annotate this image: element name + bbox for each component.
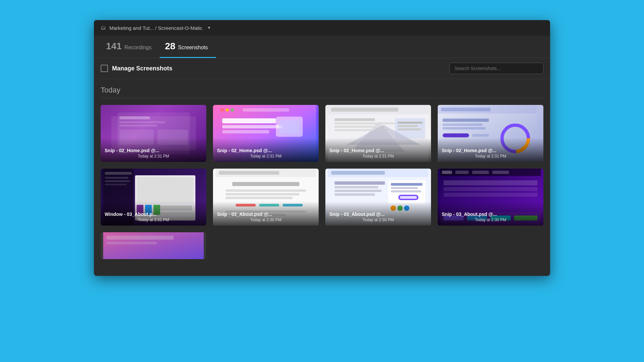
svg-rect-84: [472, 171, 489, 174]
svg-rect-83: [455, 171, 469, 174]
card-3-date: Today at 2:31 PM: [329, 154, 427, 159]
svg-rect-13: [222, 130, 269, 133]
chevron-down-icon[interactable]: ▼: [207, 25, 211, 30]
card-2-title: Snip - 02_Home.psd @...: [217, 148, 315, 153]
svg-rect-42: [105, 177, 128, 179]
card-4-thumb: Snip - 02_Home.psd @... Today at 2:31 PM: [438, 105, 543, 162]
svg-rect-76: [400, 196, 417, 199]
svg-rect-12: [222, 125, 283, 128]
svg-rect-15: [279, 120, 300, 133]
svg-rect-20: [335, 118, 375, 121]
svg-point-9: [231, 108, 234, 112]
svg-rect-18: [331, 108, 398, 112]
card-5-title: Window - 03_About.p...: [105, 212, 202, 217]
card-3-overlay: Snip - 02_Home.psd @... Today at 2:31 PM: [325, 138, 431, 162]
card-5-thumb: Window - 03_About.p... Today at 2:31 PM: [101, 169, 206, 226]
svg-rect-96: [107, 242, 157, 244]
screenshot-card-2[interactable]: Snip - 02_Home.psd @... Today at 2:31 PM: [213, 105, 319, 162]
svg-rect-11: [222, 118, 276, 123]
svg-rect-56: [226, 189, 306, 192]
screenshot-card-4[interactable]: Snip - 02_Home.psd @... Today at 2:31 PM: [438, 105, 543, 162]
toolbar-left: Manage Screenshots: [101, 65, 172, 72]
svg-rect-31: [443, 119, 489, 122]
svg-rect-25: [398, 122, 423, 124]
tab-recordings[interactable]: 141 Recordings: [101, 36, 160, 58]
card-1-thumb: Snip - 02_Home.psd @... Today at 2:31 PM: [101, 105, 206, 162]
card-7-title: Snip - 03_About.psd @...: [329, 212, 427, 217]
card-7-overlay: Snip - 03_About.psd @... Today at 2:30 P…: [325, 201, 431, 226]
screenshot-card-9-partial[interactable]: [101, 232, 206, 259]
card-6-thumb: Snip - 03_About.psd @... Today at 2:30 P…: [213, 169, 319, 226]
svg-rect-44: [105, 184, 127, 185]
svg-rect-66: [331, 171, 385, 175]
screenshot-card-3[interactable]: Snip - 02_Home.psd @... Today at 2:31 PM: [325, 105, 431, 162]
screenshot-card-1[interactable]: Snip - 02_Home.psd @... Today at 2:31 PM: [101, 105, 206, 162]
svg-rect-21: [335, 122, 395, 124]
tab-recordings-label: Recordings: [124, 45, 152, 51]
svg-rect-23: [335, 129, 388, 131]
screenshot-card-5[interactable]: Window - 03_About.p... Today at 2:31 PM: [101, 169, 206, 226]
card-8-thumb: Snip - 03_About.psd @... Today at 2:30 P…: [438, 169, 543, 226]
svg-rect-10: [243, 108, 289, 112]
svg-rect-46: [137, 177, 194, 204]
card-6-title: Snip - 03_About.psd @...: [217, 212, 315, 217]
select-all-checkbox[interactable]: [101, 65, 108, 72]
card-8-title: Snip - 03_About.psd @...: [442, 212, 539, 217]
screenshot-card-7[interactable]: Snip - 03_About.psd @... Today at 2:30 P…: [325, 169, 431, 226]
tab-screenshots-label: Screenshots: [178, 45, 208, 51]
svg-rect-69: [335, 190, 382, 192]
card-7-date: Today at 2:30 PM: [329, 218, 427, 222]
svg-rect-2: [119, 121, 165, 123]
screenshot-card-8[interactable]: Snip - 03_About.psd @... Today at 2:30 P…: [438, 169, 543, 226]
card-2-date: Today at 2:31 PM: [217, 154, 315, 159]
svg-rect-85: [492, 171, 509, 174]
svg-rect-26: [398, 125, 418, 127]
section-title-today: Today: [101, 86, 543, 95]
card-1-date: Today at 2:31 PM: [105, 154, 202, 159]
svg-rect-3: [119, 125, 157, 127]
card-1-title: Snip - 02_Home.psd @...: [105, 148, 202, 153]
screenshots-grid-row3-partial: [101, 232, 543, 259]
svg-rect-87: [444, 187, 538, 191]
svg-rect-54: [219, 171, 279, 175]
toolbar: Manage Screenshots: [94, 58, 550, 79]
card-4-date: Today at 2:31 PM: [442, 154, 539, 159]
app-window: 🗂 Marketing and Tut... / Screencast-O-Ma…: [94, 20, 550, 276]
tab-screenshots[interactable]: 28 Screenshots: [160, 36, 216, 58]
svg-rect-57: [226, 193, 300, 195]
search-input[interactable]: [449, 63, 543, 74]
tab-recordings-count: 141: [106, 41, 122, 52]
svg-rect-72: [391, 183, 423, 186]
tabs-bar: 141 Recordings 28 Screenshots: [94, 36, 550, 58]
screenshots-grid-row1: Snip - 02_Home.psd @... Today at 2:31 PM: [101, 105, 543, 162]
screenshots-grid-row2: Window - 03_About.p... Today at 2:31 PM: [101, 169, 543, 226]
svg-rect-74: [391, 190, 421, 192]
svg-rect-67: [335, 181, 385, 185]
card-9-thumb: [101, 232, 206, 259]
svg-rect-82: [442, 171, 452, 174]
svg-rect-35: [472, 134, 489, 137]
card-7-thumb: Snip - 03_About.psd @... Today at 2:30 P…: [325, 169, 431, 226]
svg-rect-73: [391, 187, 418, 189]
svg-rect-30: [441, 108, 491, 111]
svg-rect-33: [443, 127, 486, 129]
svg-point-7: [221, 108, 224, 112]
svg-rect-86: [444, 180, 538, 185]
card-2-thumb: Snip - 02_Home.psd @... Today at 2:31 PM: [213, 105, 319, 162]
svg-rect-41: [105, 172, 132, 175]
card-5-overlay: Window - 03_About.p... Today at 2:31 PM: [101, 201, 206, 226]
svg-rect-34: [443, 133, 469, 137]
svg-rect-55: [232, 182, 300, 186]
folder-icon: 🗂: [101, 25, 106, 31]
card-3-thumb: Snip - 02_Home.psd @... Today at 2:31 PM: [325, 105, 431, 162]
card-8-overlay: Snip - 03_About.psd @... Today at 2:30 P…: [438, 201, 543, 226]
tab-screenshots-count: 28: [165, 41, 175, 52]
card-8-date: Today at 2:30 PM: [442, 218, 539, 222]
screenshot-card-6[interactable]: Snip - 03_About.psd @... Today at 2:30 P…: [213, 169, 319, 226]
card-3-title: Snip - 02_Home.psd @...: [329, 148, 427, 153]
svg-rect-88: [444, 193, 538, 197]
card-6-date: Today at 2:30 PM: [217, 218, 315, 222]
svg-rect-43: [105, 180, 130, 182]
section-today: Today: [101, 86, 543, 98]
manage-label: Manage Screenshots: [112, 65, 172, 72]
